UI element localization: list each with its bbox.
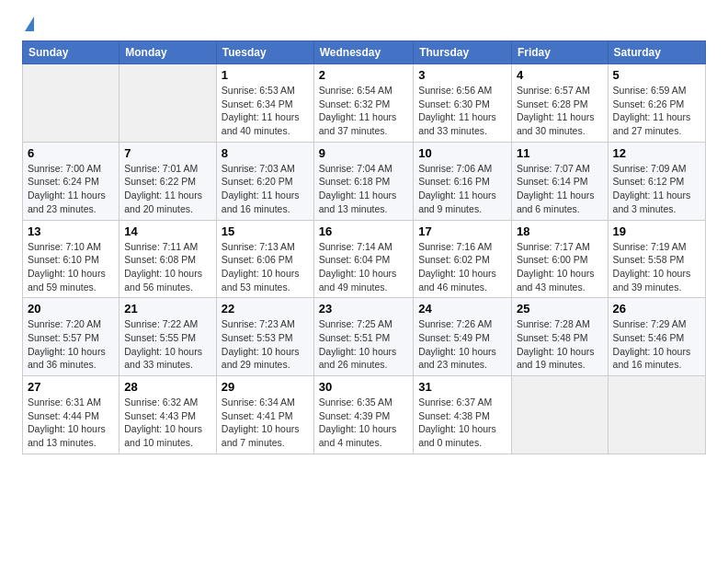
calendar-cell: 25Sunrise: 7:28 AM Sunset: 5:48 PM Dayli… <box>511 298 608 376</box>
day-info: Sunrise: 6:59 AM Sunset: 6:26 PM Dayligh… <box>613 84 700 138</box>
day-info: Sunrise: 7:28 AM Sunset: 5:48 PM Dayligh… <box>517 317 603 372</box>
calendar-cell: 9Sunrise: 7:04 AM Sunset: 6:18 PM Daylig… <box>313 142 413 220</box>
calendar-cell <box>608 376 705 454</box>
day-info: Sunrise: 7:14 AM Sunset: 6:04 PM Dayligh… <box>319 240 408 294</box>
page-header <box>0 0 728 40</box>
day-info: Sunrise: 7:26 AM Sunset: 5:49 PM Dayligh… <box>418 317 506 372</box>
day-info: Sunrise: 7:22 AM Sunset: 5:55 PM Dayligh… <box>124 317 211 372</box>
day-number: 28 <box>124 380 211 394</box>
day-number: 30 <box>319 380 408 394</box>
calendar-cell: 1Sunrise: 6:53 AM Sunset: 6:34 PM Daylig… <box>216 64 313 143</box>
calendar-cell: 6Sunrise: 7:00 AM Sunset: 6:24 PM Daylig… <box>23 142 119 220</box>
day-number: 26 <box>613 302 700 316</box>
calendar-cell: 26Sunrise: 7:29 AM Sunset: 5:46 PM Dayli… <box>608 298 705 376</box>
calendar-cell: 12Sunrise: 7:09 AM Sunset: 6:12 PM Dayli… <box>608 142 705 220</box>
day-number: 14 <box>124 224 211 238</box>
day-number: 4 <box>517 68 603 82</box>
day-number: 10 <box>418 146 506 160</box>
calendar-week-row: 13Sunrise: 7:10 AM Sunset: 6:10 PM Dayli… <box>23 220 706 298</box>
day-of-week-header: Saturday <box>608 41 705 64</box>
calendar-cell <box>119 64 217 143</box>
calendar-cell: 7Sunrise: 7:01 AM Sunset: 6:22 PM Daylig… <box>119 142 217 220</box>
calendar-cell: 27Sunrise: 6:31 AM Sunset: 4:44 PM Dayli… <box>23 376 119 454</box>
day-number: 13 <box>28 224 114 238</box>
day-info: Sunrise: 7:13 AM Sunset: 6:06 PM Dayligh… <box>222 240 309 294</box>
calendar-cell: 31Sunrise: 6:37 AM Sunset: 4:38 PM Dayli… <box>414 376 512 454</box>
day-info: Sunrise: 6:32 AM Sunset: 4:43 PM Dayligh… <box>124 396 211 450</box>
day-number: 3 <box>418 68 506 82</box>
day-info: Sunrise: 7:07 AM Sunset: 6:14 PM Dayligh… <box>517 162 603 216</box>
calendar-wrapper: SundayMondayTuesdayWednesdayThursdayFrid… <box>0 40 728 471</box>
day-info: Sunrise: 7:01 AM Sunset: 6:22 PM Dayligh… <box>124 162 211 216</box>
day-number: 16 <box>319 224 408 238</box>
day-info: Sunrise: 6:31 AM Sunset: 4:44 PM Dayligh… <box>28 396 114 450</box>
day-info: Sunrise: 7:25 AM Sunset: 5:51 PM Dayligh… <box>319 317 408 372</box>
day-number: 18 <box>517 224 603 238</box>
calendar-cell <box>23 64 119 143</box>
calendar-cell: 16Sunrise: 7:14 AM Sunset: 6:04 PM Dayli… <box>313 220 413 298</box>
calendar-cell: 4Sunrise: 6:57 AM Sunset: 6:28 PM Daylig… <box>511 64 608 143</box>
calendar-cell: 2Sunrise: 6:54 AM Sunset: 6:32 PM Daylig… <box>313 64 413 143</box>
day-number: 5 <box>613 68 700 82</box>
day-number: 22 <box>222 302 309 316</box>
day-info: Sunrise: 6:35 AM Sunset: 4:39 PM Dayligh… <box>319 396 408 450</box>
calendar-table: SundayMondayTuesdayWednesdayThursdayFrid… <box>22 40 706 454</box>
day-info: Sunrise: 6:37 AM Sunset: 4:38 PM Dayligh… <box>418 396 506 450</box>
calendar-week-row: 27Sunrise: 6:31 AM Sunset: 4:44 PM Dayli… <box>23 376 706 454</box>
day-info: Sunrise: 6:57 AM Sunset: 6:28 PM Dayligh… <box>517 84 603 138</box>
day-number: 27 <box>28 380 114 394</box>
day-info: Sunrise: 7:29 AM Sunset: 5:46 PM Dayligh… <box>613 317 700 372</box>
day-info: Sunrise: 6:56 AM Sunset: 6:30 PM Dayligh… <box>418 84 506 138</box>
day-info: Sunrise: 7:03 AM Sunset: 6:20 PM Dayligh… <box>222 162 309 216</box>
day-number: 19 <box>613 224 700 238</box>
day-number: 15 <box>222 224 309 238</box>
day-number: 21 <box>124 302 211 316</box>
calendar-week-row: 20Sunrise: 7:20 AM Sunset: 5:57 PM Dayli… <box>23 298 706 376</box>
day-number: 25 <box>517 302 603 316</box>
day-info: Sunrise: 6:34 AM Sunset: 4:41 PM Dayligh… <box>222 396 309 450</box>
calendar-cell: 24Sunrise: 7:26 AM Sunset: 5:49 PM Dayli… <box>414 298 512 376</box>
day-info: Sunrise: 7:16 AM Sunset: 6:02 PM Dayligh… <box>418 240 506 294</box>
calendar-cell: 29Sunrise: 6:34 AM Sunset: 4:41 PM Dayli… <box>216 376 313 454</box>
day-of-week-header: Wednesday <box>313 41 413 64</box>
calendar-week-row: 1Sunrise: 6:53 AM Sunset: 6:34 PM Daylig… <box>23 64 706 143</box>
calendar-cell: 18Sunrise: 7:17 AM Sunset: 6:00 PM Dayli… <box>511 220 608 298</box>
day-number: 29 <box>222 380 309 394</box>
calendar-cell: 28Sunrise: 6:32 AM Sunset: 4:43 PM Dayli… <box>119 376 217 454</box>
day-info: Sunrise: 7:20 AM Sunset: 5:57 PM Dayligh… <box>28 317 114 372</box>
calendar-cell: 19Sunrise: 7:19 AM Sunset: 5:58 PM Dayli… <box>608 220 705 298</box>
day-info: Sunrise: 7:23 AM Sunset: 5:53 PM Dayligh… <box>222 317 309 372</box>
days-of-week-row: SundayMondayTuesdayWednesdayThursdayFrid… <box>23 41 706 64</box>
day-number: 1 <box>222 68 309 82</box>
calendar-cell: 3Sunrise: 6:56 AM Sunset: 6:30 PM Daylig… <box>414 64 512 143</box>
calendar-cell: 5Sunrise: 6:59 AM Sunset: 6:26 PM Daylig… <box>608 64 705 143</box>
calendar-body: 1Sunrise: 6:53 AM Sunset: 6:34 PM Daylig… <box>23 64 706 454</box>
day-info: Sunrise: 6:53 AM Sunset: 6:34 PM Dayligh… <box>222 84 309 138</box>
day-number: 31 <box>418 380 506 394</box>
calendar-cell: 8Sunrise: 7:03 AM Sunset: 6:20 PM Daylig… <box>216 142 313 220</box>
calendar-cell: 14Sunrise: 7:11 AM Sunset: 6:08 PM Dayli… <box>119 220 217 298</box>
day-number: 7 <box>124 146 211 160</box>
calendar-cell: 22Sunrise: 7:23 AM Sunset: 5:53 PM Dayli… <box>216 298 313 376</box>
day-number: 6 <box>28 146 114 160</box>
day-number: 12 <box>613 146 700 160</box>
day-of-week-header: Thursday <box>414 41 512 64</box>
calendar-week-row: 6Sunrise: 7:00 AM Sunset: 6:24 PM Daylig… <box>23 142 706 220</box>
calendar-cell: 17Sunrise: 7:16 AM Sunset: 6:02 PM Dayli… <box>414 220 512 298</box>
day-number: 24 <box>418 302 506 316</box>
day-info: Sunrise: 7:11 AM Sunset: 6:08 PM Dayligh… <box>124 240 211 294</box>
logo-triangle-icon <box>25 17 34 31</box>
day-info: Sunrise: 7:17 AM Sunset: 6:00 PM Dayligh… <box>517 240 603 294</box>
day-info: Sunrise: 7:04 AM Sunset: 6:18 PM Dayligh… <box>319 162 408 216</box>
day-of-week-header: Friday <box>511 41 608 64</box>
day-number: 9 <box>319 146 408 160</box>
day-info: Sunrise: 7:00 AM Sunset: 6:24 PM Dayligh… <box>28 162 114 216</box>
calendar-cell: 15Sunrise: 7:13 AM Sunset: 6:06 PM Dayli… <box>216 220 313 298</box>
day-number: 17 <box>418 224 506 238</box>
calendar-cell <box>511 376 608 454</box>
calendar-cell: 10Sunrise: 7:06 AM Sunset: 6:16 PM Dayli… <box>414 142 512 220</box>
logo <box>22 17 34 31</box>
day-info: Sunrise: 7:06 AM Sunset: 6:16 PM Dayligh… <box>418 162 506 216</box>
calendar-header: SundayMondayTuesdayWednesdayThursdayFrid… <box>23 41 706 64</box>
day-info: Sunrise: 6:54 AM Sunset: 6:32 PM Dayligh… <box>319 84 408 138</box>
